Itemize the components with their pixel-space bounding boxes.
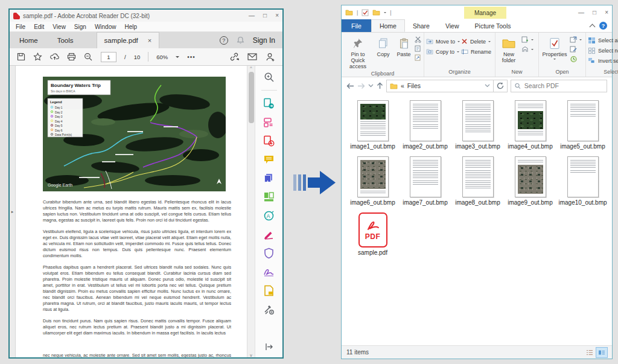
add-account-icon[interactable]: [266, 53, 275, 62]
edit-icon[interactable]: [570, 46, 577, 53]
tab-home[interactable]: Home: [371, 19, 405, 32]
move-to-button[interactable]: Move to: [426, 38, 460, 45]
more-options-icon[interactable]: •••: [187, 54, 196, 60]
file-thumbnail[interactable]: [410, 156, 441, 197]
tab-file[interactable]: File: [342, 19, 371, 32]
print-icon[interactable]: [67, 53, 76, 61]
file-thumbnail[interactable]: [357, 100, 389, 141]
maximize-button[interactable]: □: [263, 13, 267, 19]
file-thumbnail[interactable]: [410, 100, 441, 141]
page-number-input[interactable]: 1: [101, 52, 116, 62]
file-thumbnail[interactable]: [462, 156, 494, 197]
menu-file[interactable]: File: [16, 24, 25, 30]
address-dropdown-icon[interactable]: [485, 84, 490, 88]
easy-access-caret-icon[interactable]: [531, 49, 534, 51]
file-item[interactable]: image7_out.bmp: [399, 156, 451, 206]
star-favorite-icon[interactable]: [33, 53, 42, 61]
menu-help[interactable]: Help: [124, 24, 137, 30]
back-icon[interactable]: [346, 83, 354, 89]
more-tools-icon[interactable]: [263, 303, 275, 315]
close-button[interactable]: ×: [605, 10, 608, 16]
copy-path-icon[interactable]: [415, 45, 422, 52]
help-icon[interactable]: ?: [220, 36, 228, 45]
close-button[interactable]: ×: [275, 13, 279, 19]
breadcrumb-chevrons[interactable]: «: [401, 82, 404, 89]
scroll-up-icon[interactable]: ^: [250, 66, 252, 70]
file-item[interactable]: image5_out.bmp: [556, 100, 609, 150]
paste-button[interactable]: Paste: [394, 34, 413, 57]
search-tools-icon[interactable]: [263, 71, 275, 83]
open-caret-icon[interactable]: [579, 39, 582, 42]
expand-panel-icon[interactable]: ▸: [11, 209, 14, 214]
details-view-icon[interactable]: [584, 348, 595, 357]
organize-pages-icon[interactable]: [263, 191, 275, 203]
delete-button[interactable]: Delete: [461, 38, 493, 45]
rename-button[interactable]: Rename: [461, 48, 493, 55]
acrobat-titlebar[interactable]: sample.pdf - Adobe Acrobat Reader DC (32…: [10, 10, 282, 22]
edit-pdf-icon[interactable]: [263, 116, 275, 128]
file-thumbnail[interactable]: [515, 100, 546, 141]
share-link-icon[interactable]: [229, 53, 239, 61]
save-icon[interactable]: [17, 53, 25, 61]
explorer-titlebar[interactable]: | | Manage — □ ×: [342, 5, 612, 19]
thumbnail-view-icon[interactable]: [596, 348, 607, 357]
explorer-help-icon[interactable]: ?: [599, 22, 607, 30]
minimize-ribbon-icon[interactable]: [590, 24, 596, 30]
menu-view[interactable]: View: [53, 24, 66, 30]
breadcrumb-bar[interactable]: « Files: [386, 80, 494, 92]
menu-window[interactable]: Window: [95, 24, 116, 30]
file-thumbnail[interactable]: [567, 156, 599, 197]
file-item[interactable]: image6_out.bmp: [346, 156, 399, 206]
invert-selection-button[interactable]: Invert selection: [588, 57, 618, 65]
cut-icon[interactable]: [415, 36, 422, 43]
left-panel-collapsed[interactable]: ▸: [10, 66, 16, 357]
combine-files-icon[interactable]: [263, 172, 275, 184]
qat-customize-caret-icon[interactable]: [384, 12, 386, 14]
up-icon[interactable]: [377, 82, 383, 89]
maximize-button[interactable]: □: [593, 10, 596, 16]
scan-ocr-icon[interactable]: A: [263, 209, 275, 222]
tab-home[interactable]: Home: [10, 32, 48, 48]
document-viewport[interactable]: Boundary Waters Trip Six days in BWCA Le…: [16, 66, 247, 357]
menu-sign[interactable]: Sign: [74, 24, 86, 30]
file-item[interactable]: image1_out.bmp: [346, 100, 399, 150]
easy-access-icon[interactable]: [521, 46, 529, 53]
vertical-scrollbar[interactable]: ^ v: [247, 66, 255, 357]
minimize-button[interactable]: —: [249, 13, 255, 19]
tab-document[interactable]: sample.pdf ×: [97, 32, 160, 48]
new-item-caret-icon[interactable]: [531, 39, 534, 42]
qat-new-folder-icon[interactable]: [372, 9, 380, 16]
file-thumbnail[interactable]: [357, 156, 389, 197]
tab-picture-tools[interactable]: Picture Tools: [467, 19, 519, 32]
file-item[interactable]: PDF sample.pdf: [346, 212, 399, 257]
scroll-down-icon[interactable]: v: [250, 353, 252, 357]
new-folder-button[interactable]: New folder: [497, 34, 520, 63]
comment-icon[interactable]: [263, 153, 275, 165]
file-item[interactable]: image9_out.bmp: [504, 156, 556, 206]
zoom-out-icon[interactable]: [84, 53, 93, 62]
tab-share[interactable]: Share: [405, 19, 438, 32]
tab-close-icon[interactable]: ×: [148, 37, 151, 44]
select-all-button[interactable]: Select all: [588, 37, 618, 44]
export-pdf-icon[interactable]: [263, 97, 275, 109]
file-thumbnail[interactable]: [515, 156, 546, 197]
paste-shortcut-icon[interactable]: [415, 54, 422, 61]
breadcrumb-folder-name[interactable]: Files: [407, 82, 421, 89]
menu-edit[interactable]: Edit: [34, 24, 44, 30]
open-tools-panel-icon[interactable]: [263, 340, 275, 353]
protect-icon[interactable]: [263, 247, 275, 259]
file-item[interactable]: image2_out.bmp: [399, 100, 451, 150]
pdf-file-icon[interactable]: PDF: [358, 212, 387, 247]
recent-locations-caret-icon[interactable]: [368, 84, 374, 88]
search-input[interactable]: [524, 82, 603, 89]
search-box[interactable]: [511, 80, 607, 92]
fill-sign-icon[interactable]: [263, 228, 275, 240]
new-item-icon[interactable]: [521, 36, 529, 43]
tab-view[interactable]: View: [438, 19, 467, 32]
forward-icon[interactable]: [357, 83, 365, 89]
file-item[interactable]: image4_out.bmp: [504, 100, 556, 150]
select-none-button[interactable]: Select none: [588, 47, 618, 54]
qat-properties-icon[interactable]: [362, 9, 369, 16]
share-cloud-icon[interactable]: [50, 53, 59, 61]
open-icon[interactable]: [570, 36, 577, 43]
